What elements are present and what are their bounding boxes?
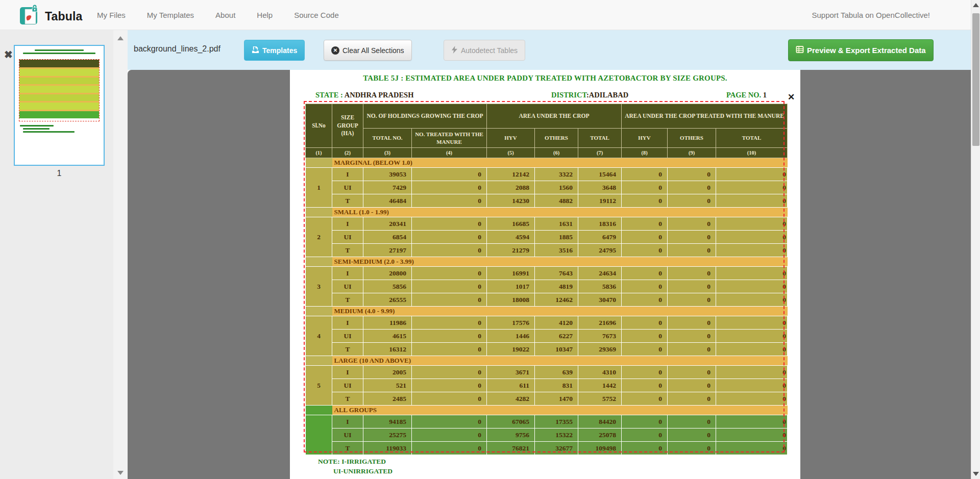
scrollbar-up-icon[interactable] — [973, 3, 979, 7]
templates-button-label: Templates — [262, 46, 297, 55]
clear-all-selections-label: Clear All Selections — [342, 46, 404, 55]
table-list-icon — [796, 46, 804, 55]
autodetect-tables-button[interactable]: Autodetect Tables — [444, 40, 525, 61]
state-value: ANDHRA PRADESH — [345, 91, 414, 99]
sidebar-scroll-up-icon[interactable] — [117, 36, 124, 40]
brand-name: Tabula — [45, 10, 83, 23]
document-viewport: TABLE 5J : ESTIMATED AREA UNDER PADDY TR… — [128, 70, 971, 479]
selection-close-icon[interactable]: ✕ — [788, 93, 795, 102]
district-label: DISTRICT — [551, 91, 586, 99]
sidebar-scroll-down-icon[interactable] — [117, 471, 124, 475]
templates-icon — [252, 46, 259, 55]
preview-export-label: Preview & Export Extracted Data — [807, 46, 926, 55]
thumbnail-sidebar: ✖ 1 — [0, 30, 128, 479]
pdf-page[interactable]: TABLE 5J : ESTIMATED AREA UNDER PADDY TR… — [290, 70, 800, 479]
tabula-logo-icon — [19, 5, 40, 28]
nav-item-source-code[interactable]: Source Code — [294, 11, 339, 19]
thumb-title-line — [35, 49, 84, 51]
tabula-app: Tabula My Files My Templates About Help … — [0, 0, 980, 479]
page-no-value: 1 — [763, 91, 767, 99]
remove-circle-icon: ✕ — [331, 46, 339, 55]
note-line-2: UI-UNIRRIGATED — [333, 467, 393, 475]
page-no-label: PAGE NO. — [726, 91, 761, 99]
remove-page-icon[interactable]: ✖ — [4, 49, 13, 60]
nav-menu: My Files My Templates About Help Source … — [97, 0, 339, 30]
toolbar: background_lines_2.pdf Templates ✕ Clear… — [128, 30, 971, 70]
scrollbar-thumb[interactable] — [972, 13, 979, 146]
templates-button[interactable]: Templates — [244, 40, 305, 61]
nav-item-about[interactable]: About — [215, 11, 235, 19]
thumb-note-line — [20, 125, 54, 127]
nav-item-my-files[interactable]: My Files — [97, 11, 126, 19]
navbar: Tabula My Files My Templates About Help … — [0, 0, 971, 30]
autodetect-tables-label: Autodetect Tables — [461, 46, 518, 55]
district-value: :ADILABAD — [586, 91, 628, 99]
table-selection-box[interactable] — [304, 101, 785, 452]
scrollbar-down-icon[interactable] — [973, 472, 979, 476]
pdf-table-title: TABLE 5J : ESTIMATED AREA UNDER PADDY TR… — [290, 74, 800, 83]
sidebar-scrollbar[interactable] — [113, 30, 128, 479]
support-link[interactable]: Support Tabula on OpenCollective! — [812, 0, 930, 30]
brand[interactable]: Tabula — [19, 5, 83, 28]
clear-all-selections-button[interactable]: ✕ Clear All Selections — [324, 40, 412, 61]
page-thumbnail[interactable] — [14, 45, 105, 166]
state-label: STATE : — [315, 91, 343, 99]
district-field: DISTRICT:ADILABAD — [551, 91, 628, 99]
filename-label: background_lines_2.pdf — [134, 44, 220, 54]
nav-item-help[interactable]: Help — [257, 11, 273, 19]
nav-item-my-templates[interactable]: My Templates — [147, 11, 194, 19]
thumbnail-page-number: 1 — [14, 169, 105, 178]
thumb-note-line — [23, 128, 50, 130]
thumb-note-line — [23, 131, 75, 133]
preview-export-button[interactable]: Preview & Export Extracted Data — [788, 39, 934, 61]
page-no-field: PAGE NO. 1 — [726, 91, 767, 99]
flash-icon — [451, 46, 458, 55]
thumb-title-line — [23, 53, 96, 54]
thumb-table-art — [19, 59, 100, 121]
state-field: STATE : ANDHRA PRADESH — [315, 91, 413, 99]
note-line-1: NOTE: I-IRRIGATED — [318, 458, 386, 466]
browser-scrollbar[interactable] — [971, 0, 980, 479]
